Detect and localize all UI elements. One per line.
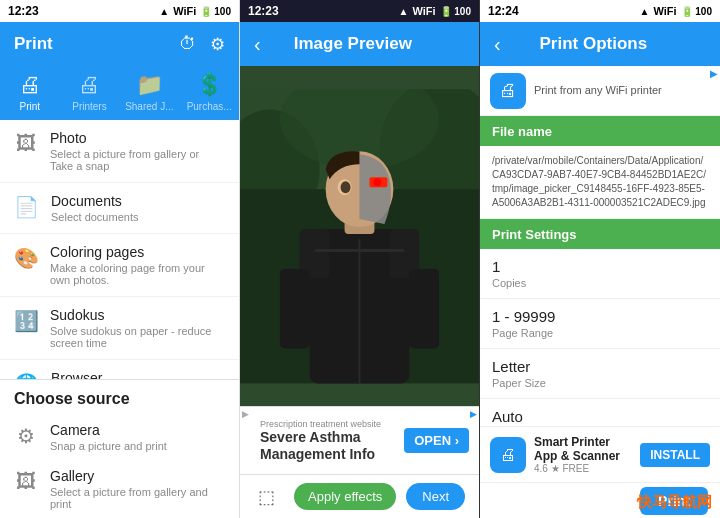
setting-page-range[interactable]: 1 - 99999 Page Range <box>480 299 720 349</box>
crop-button[interactable]: ⬚ <box>254 482 279 512</box>
mid-wifi-icon: WiFi <box>412 5 435 17</box>
left-header-title: Print <box>14 34 53 54</box>
right-signal-icon: ▲ <box>640 6 650 17</box>
menu-documents[interactable]: 📄 Documents Select documents <box>0 183 239 234</box>
file-name-content: /private/var/mobile/Containers/Data/Appl… <box>480 146 720 219</box>
smart-printer-title: Smart Printer App & Scanner <box>534 435 632 463</box>
left-time: 12:23 <box>8 4 39 18</box>
next-button[interactable]: Next <box>406 483 465 510</box>
photo-sub: Select a picture from gallery or Take a … <box>50 148 225 172</box>
print-settings-header: Print Settings <box>480 219 720 249</box>
menu-sudokus[interactable]: 🔢 Sudokus Solve sudokus on paper - reduc… <box>0 297 239 360</box>
nav-shared[interactable]: 📁 Shared J... <box>125 72 173 112</box>
svg-point-13 <box>341 181 351 193</box>
gallery-sub: Select a picture from gallery and print <box>50 486 225 510</box>
mid-status-icons: ▲ WiFi 🔋 100 <box>399 5 472 17</box>
left-status-icons: ▲ WiFi 🔋 100 <box>159 5 231 17</box>
coloring-sub: Make a coloring page from your own photo… <box>50 262 225 286</box>
terminator-image <box>240 89 479 384</box>
right-battery-icon: 🔋 100 <box>681 6 712 17</box>
mid-ad-banner: ▶ Prescription treatment website Severe … <box>240 406 479 474</box>
shared-icon: 📁 <box>136 72 163 98</box>
source-gallery[interactable]: 🖼 Gallery Select a picture from gallery … <box>0 460 239 518</box>
camera-icon: ⚙ <box>14 424 38 448</box>
mid-battery-icon: 🔋 100 <box>440 6 471 17</box>
sudoku-icon: 🔢 <box>14 309 38 333</box>
photo-title: Photo <box>50 130 225 146</box>
nav-shared-label: Shared J... <box>125 101 173 112</box>
apply-effects-button[interactable]: Apply effects <box>294 483 396 510</box>
install-button[interactable]: INSTALL <box>640 443 710 467</box>
smart-printer-info: Smart Printer App & Scanner 4.6 ★ FREE <box>534 435 632 474</box>
clock-icon[interactable]: ⏱ <box>179 34 196 55</box>
right-panel: 12:24 ▲ WiFi 🔋 100 ‹ Print Options 🖨 Pri… <box>480 0 720 518</box>
file-name-label: File name <box>492 124 552 139</box>
watermark: 快马导航网 <box>637 493 712 512</box>
paper-size-value: Letter <box>492 358 708 375</box>
right-ad-icon: 🖨 <box>490 73 526 109</box>
nav-printers-label: Printers <box>72 101 106 112</box>
source-camera[interactable]: ⚙ Camera Snap a picture and print <box>0 414 239 460</box>
file-path-text: /private/var/mobile/Containers/Data/Appl… <box>492 154 708 210</box>
right-status-icons: ▲ WiFi 🔋 100 <box>640 5 713 17</box>
mid-panel: 12:23 ▲ WiFi 🔋 100 ‹ Image Preview <box>240 0 480 518</box>
right-top-ad[interactable]: 🖨 Print from any WiFi printer ▶ <box>480 66 720 116</box>
menu-photo[interactable]: 🖼 Photo Select a picture from gallery or… <box>0 120 239 183</box>
nav-printers[interactable]: 🖨 Printers <box>65 72 113 112</box>
setting-paper-size[interactable]: Letter Paper Size <box>480 349 720 399</box>
svg-rect-16 <box>280 268 310 348</box>
mid-time: 12:23 <box>248 4 279 18</box>
sudokus-title: Sudokus <box>50 307 225 323</box>
browser-title: Browser <box>51 370 121 379</box>
photo-icon: 🖼 <box>14 132 38 155</box>
coloring-title: Coloring pages <box>50 244 225 260</box>
ad-open-button[interactable]: OPEN › <box>404 428 469 453</box>
ad-title: Severe Asthma Management Info <box>260 429 404 463</box>
sudokus-sub: Solve sudokus on paper - reduce screen t… <box>50 325 225 349</box>
right-header: ‹ Print Options <box>480 22 720 66</box>
camera-sub: Snap a picture and print <box>50 440 167 452</box>
settings-icon[interactable]: ⚙ <box>210 34 225 55</box>
print-icon: 🖨 <box>19 72 41 98</box>
mid-back-button[interactable]: ‹ <box>254 33 261 56</box>
smart-printer-rating: 4.6 ★ FREE <box>534 463 632 474</box>
right-wifi-icon: WiFi <box>653 5 676 17</box>
menu-browser[interactable]: 🌐 Browser Print webpage <box>0 360 239 379</box>
purchase-icon: 💲 <box>196 72 223 98</box>
nav-print[interactable]: 🖨 Print <box>6 72 54 112</box>
page-range-value: 1 - 99999 <box>492 308 708 325</box>
copies-value: 1 <box>492 258 708 275</box>
right-bottom-ad: 🖨 Smart Printer App & Scanner 4.6 ★ FREE… <box>480 426 720 482</box>
left-panel: 12:23 ▲ WiFi 🔋 100 Print ⏱ ⚙ 🖨 Print 🖨 P… <box>0 0 240 518</box>
coloring-icon: 🎨 <box>14 246 38 270</box>
left-menu: 🖼 Photo Select a picture from gallery or… <box>0 120 239 379</box>
right-back-button[interactable]: ‹ <box>494 33 501 56</box>
printers-icon: 🖨 <box>78 72 100 98</box>
gallery-title: Gallery <box>50 468 225 484</box>
smart-printer-icon: 🖨 <box>490 437 526 473</box>
ad-tag: Prescription treatment website <box>260 419 404 429</box>
browser-icon: 🌐 <box>14 372 39 379</box>
right-header-title: Print Options <box>540 34 648 54</box>
ad-indicator-right: ▶ <box>470 409 477 419</box>
setting-color[interactable]: Auto Color <box>480 399 720 426</box>
mid-image-area <box>240 66 479 406</box>
setting-copies[interactable]: 1 Copies <box>480 249 720 299</box>
page-range-label: Page Range <box>492 327 708 339</box>
copies-label: Copies <box>492 277 708 289</box>
svg-point-11 <box>373 178 381 186</box>
menu-coloring[interactable]: 🎨 Coloring pages Make a coloring page fr… <box>0 234 239 297</box>
documents-sub: Select documents <box>51 211 138 223</box>
print-settings-label: Print Settings <box>492 227 577 242</box>
nav-purchase[interactable]: 💲 Purchas... <box>185 72 233 112</box>
right-ad-text: Print from any WiFi printer <box>534 83 710 97</box>
left-header: Print ⏱ ⚙ <box>0 22 239 66</box>
mid-toolbar: ⬚ Apply effects Next <box>240 474 479 518</box>
wifi-icon: WiFi <box>173 5 196 17</box>
mid-status-bar: 12:23 ▲ WiFi 🔋 100 <box>240 0 479 22</box>
gallery-icon: 🖼 <box>14 470 38 493</box>
left-status-bar: 12:23 ▲ WiFi 🔋 100 <box>0 0 239 22</box>
left-header-icons: ⏱ ⚙ <box>179 34 225 55</box>
documents-icon: 📄 <box>14 195 39 219</box>
svg-rect-17 <box>409 268 439 348</box>
